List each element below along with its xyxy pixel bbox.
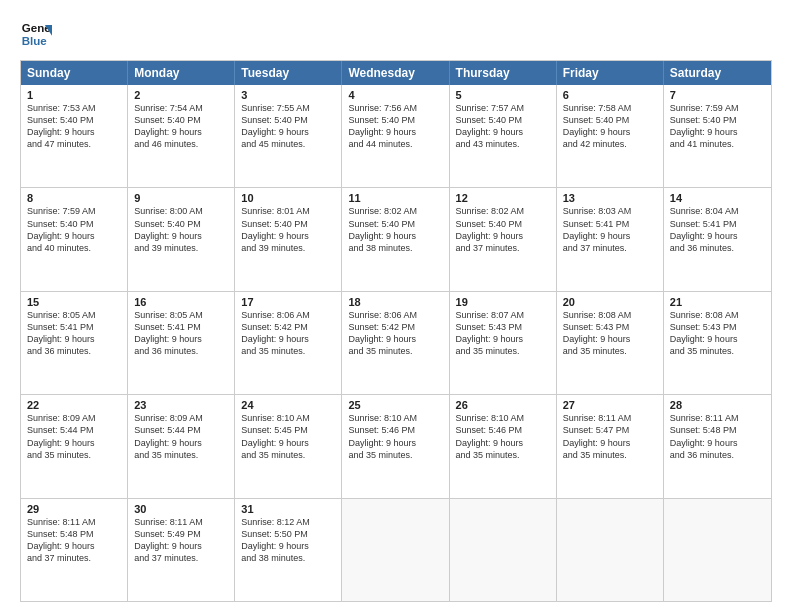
calendar-cell: 21Sunrise: 8:08 AMSunset: 5:43 PMDayligh… — [664, 292, 771, 394]
calendar-cell: 10Sunrise: 8:01 AMSunset: 5:40 PMDayligh… — [235, 188, 342, 290]
weekday-header: Tuesday — [235, 61, 342, 85]
day-number: 18 — [348, 296, 442, 308]
svg-text:Blue: Blue — [22, 35, 48, 47]
weekday-header: Monday — [128, 61, 235, 85]
day-number: 11 — [348, 192, 442, 204]
calendar-cell: 4Sunrise: 7:56 AMSunset: 5:40 PMDaylight… — [342, 85, 449, 187]
day-number: 26 — [456, 399, 550, 411]
cell-info: Sunrise: 7:59 AMSunset: 5:40 PMDaylight:… — [27, 205, 121, 254]
calendar-header: SundayMondayTuesdayWednesdayThursdayFrid… — [21, 61, 771, 85]
calendar-cell — [342, 499, 449, 601]
cell-info: Sunrise: 7:58 AMSunset: 5:40 PMDaylight:… — [563, 102, 657, 151]
logo-icon: General Blue — [20, 18, 52, 50]
day-number: 14 — [670, 192, 765, 204]
cell-info: Sunrise: 8:01 AMSunset: 5:40 PMDaylight:… — [241, 205, 335, 254]
calendar-cell: 27Sunrise: 8:11 AMSunset: 5:47 PMDayligh… — [557, 395, 664, 497]
weekday-header: Saturday — [664, 61, 771, 85]
cell-info: Sunrise: 8:08 AMSunset: 5:43 PMDaylight:… — [563, 309, 657, 358]
day-number: 2 — [134, 89, 228, 101]
cell-info: Sunrise: 8:11 AMSunset: 5:48 PMDaylight:… — [27, 516, 121, 565]
cell-info: Sunrise: 8:09 AMSunset: 5:44 PMDaylight:… — [134, 412, 228, 461]
calendar-cell: 23Sunrise: 8:09 AMSunset: 5:44 PMDayligh… — [128, 395, 235, 497]
day-number: 30 — [134, 503, 228, 515]
calendar-cell: 12Sunrise: 8:02 AMSunset: 5:40 PMDayligh… — [450, 188, 557, 290]
calendar-cell: 29Sunrise: 8:11 AMSunset: 5:48 PMDayligh… — [21, 499, 128, 601]
calendar-cell: 14Sunrise: 8:04 AMSunset: 5:41 PMDayligh… — [664, 188, 771, 290]
day-number: 25 — [348, 399, 442, 411]
day-number: 5 — [456, 89, 550, 101]
weekday-header: Sunday — [21, 61, 128, 85]
calendar-week-row: 29Sunrise: 8:11 AMSunset: 5:48 PMDayligh… — [21, 498, 771, 601]
calendar-cell: 13Sunrise: 8:03 AMSunset: 5:41 PMDayligh… — [557, 188, 664, 290]
calendar-cell — [664, 499, 771, 601]
day-number: 22 — [27, 399, 121, 411]
calendar-body: 1Sunrise: 7:53 AMSunset: 5:40 PMDaylight… — [21, 85, 771, 601]
calendar-cell: 19Sunrise: 8:07 AMSunset: 5:43 PMDayligh… — [450, 292, 557, 394]
cell-info: Sunrise: 8:09 AMSunset: 5:44 PMDaylight:… — [27, 412, 121, 461]
day-number: 7 — [670, 89, 765, 101]
calendar-cell: 28Sunrise: 8:11 AMSunset: 5:48 PMDayligh… — [664, 395, 771, 497]
cell-info: Sunrise: 7:56 AMSunset: 5:40 PMDaylight:… — [348, 102, 442, 151]
day-number: 23 — [134, 399, 228, 411]
day-number: 12 — [456, 192, 550, 204]
day-number: 6 — [563, 89, 657, 101]
day-number: 28 — [670, 399, 765, 411]
calendar: SundayMondayTuesdayWednesdayThursdayFrid… — [20, 60, 772, 602]
cell-info: Sunrise: 8:05 AMSunset: 5:41 PMDaylight:… — [134, 309, 228, 358]
calendar-cell: 17Sunrise: 8:06 AMSunset: 5:42 PMDayligh… — [235, 292, 342, 394]
weekday-header: Friday — [557, 61, 664, 85]
calendar-cell: 26Sunrise: 8:10 AMSunset: 5:46 PMDayligh… — [450, 395, 557, 497]
day-number: 19 — [456, 296, 550, 308]
cell-info: Sunrise: 8:11 AMSunset: 5:48 PMDaylight:… — [670, 412, 765, 461]
calendar-cell: 9Sunrise: 8:00 AMSunset: 5:40 PMDaylight… — [128, 188, 235, 290]
calendar-cell: 8Sunrise: 7:59 AMSunset: 5:40 PMDaylight… — [21, 188, 128, 290]
cell-info: Sunrise: 8:11 AMSunset: 5:47 PMDaylight:… — [563, 412, 657, 461]
cell-info: Sunrise: 7:54 AMSunset: 5:40 PMDaylight:… — [134, 102, 228, 151]
day-number: 4 — [348, 89, 442, 101]
cell-info: Sunrise: 8:03 AMSunset: 5:41 PMDaylight:… — [563, 205, 657, 254]
header: General Blue — [20, 18, 772, 50]
calendar-cell: 1Sunrise: 7:53 AMSunset: 5:40 PMDaylight… — [21, 85, 128, 187]
calendar-cell: 7Sunrise: 7:59 AMSunset: 5:40 PMDaylight… — [664, 85, 771, 187]
page: General Blue SundayMondayTuesdayWednesda… — [0, 0, 792, 612]
day-number: 15 — [27, 296, 121, 308]
day-number: 9 — [134, 192, 228, 204]
calendar-cell: 6Sunrise: 7:58 AMSunset: 5:40 PMDaylight… — [557, 85, 664, 187]
calendar-week-row: 22Sunrise: 8:09 AMSunset: 5:44 PMDayligh… — [21, 394, 771, 497]
weekday-header: Thursday — [450, 61, 557, 85]
day-number: 27 — [563, 399, 657, 411]
calendar-cell: 20Sunrise: 8:08 AMSunset: 5:43 PMDayligh… — [557, 292, 664, 394]
day-number: 3 — [241, 89, 335, 101]
calendar-cell: 11Sunrise: 8:02 AMSunset: 5:40 PMDayligh… — [342, 188, 449, 290]
calendar-cell: 31Sunrise: 8:12 AMSunset: 5:50 PMDayligh… — [235, 499, 342, 601]
calendar-cell: 2Sunrise: 7:54 AMSunset: 5:40 PMDaylight… — [128, 85, 235, 187]
cell-info: Sunrise: 8:00 AMSunset: 5:40 PMDaylight:… — [134, 205, 228, 254]
calendar-week-row: 8Sunrise: 7:59 AMSunset: 5:40 PMDaylight… — [21, 187, 771, 290]
logo: General Blue — [20, 18, 52, 50]
cell-info: Sunrise: 8:06 AMSunset: 5:42 PMDaylight:… — [241, 309, 335, 358]
calendar-cell: 15Sunrise: 8:05 AMSunset: 5:41 PMDayligh… — [21, 292, 128, 394]
day-number: 8 — [27, 192, 121, 204]
cell-info: Sunrise: 8:06 AMSunset: 5:42 PMDaylight:… — [348, 309, 442, 358]
day-number: 16 — [134, 296, 228, 308]
cell-info: Sunrise: 8:10 AMSunset: 5:45 PMDaylight:… — [241, 412, 335, 461]
cell-info: Sunrise: 8:08 AMSunset: 5:43 PMDaylight:… — [670, 309, 765, 358]
cell-info: Sunrise: 7:59 AMSunset: 5:40 PMDaylight:… — [670, 102, 765, 151]
cell-info: Sunrise: 7:53 AMSunset: 5:40 PMDaylight:… — [27, 102, 121, 151]
day-number: 13 — [563, 192, 657, 204]
cell-info: Sunrise: 8:02 AMSunset: 5:40 PMDaylight:… — [456, 205, 550, 254]
cell-info: Sunrise: 7:55 AMSunset: 5:40 PMDaylight:… — [241, 102, 335, 151]
day-number: 31 — [241, 503, 335, 515]
calendar-cell: 25Sunrise: 8:10 AMSunset: 5:46 PMDayligh… — [342, 395, 449, 497]
calendar-cell: 24Sunrise: 8:10 AMSunset: 5:45 PMDayligh… — [235, 395, 342, 497]
day-number: 17 — [241, 296, 335, 308]
calendar-cell: 5Sunrise: 7:57 AMSunset: 5:40 PMDaylight… — [450, 85, 557, 187]
calendar-cell: 16Sunrise: 8:05 AMSunset: 5:41 PMDayligh… — [128, 292, 235, 394]
day-number: 21 — [670, 296, 765, 308]
calendar-week-row: 1Sunrise: 7:53 AMSunset: 5:40 PMDaylight… — [21, 85, 771, 187]
calendar-cell: 18Sunrise: 8:06 AMSunset: 5:42 PMDayligh… — [342, 292, 449, 394]
day-number: 24 — [241, 399, 335, 411]
day-number: 20 — [563, 296, 657, 308]
calendar-week-row: 15Sunrise: 8:05 AMSunset: 5:41 PMDayligh… — [21, 291, 771, 394]
cell-info: Sunrise: 8:10 AMSunset: 5:46 PMDaylight:… — [348, 412, 442, 461]
